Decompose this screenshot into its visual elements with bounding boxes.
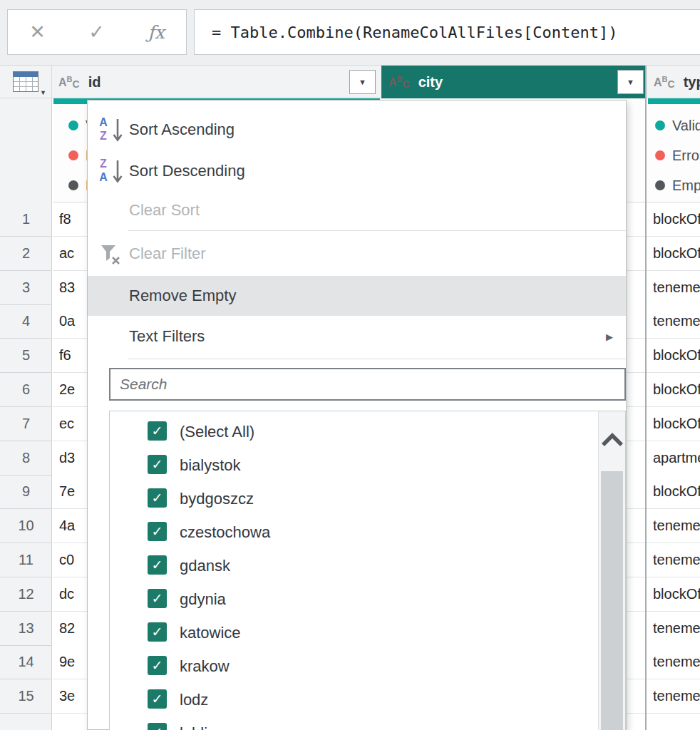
fx-icon: ƒx (148, 22, 164, 43)
row-number: 1 (0, 202, 52, 237)
row-number: 8 (0, 441, 52, 475)
table-menu-icon[interactable]: ▼ (13, 71, 38, 92)
checkbox-checked-icon[interactable]: ✓ (148, 589, 167, 608)
type-cell[interactable]: blockOfFlats (647, 339, 700, 373)
text-type-icon: ABC (654, 75, 675, 90)
row-number (0, 714, 52, 730)
filter-value-option[interactable]: ✓ lodz (110, 683, 625, 716)
type-cell[interactable]: tenement (647, 612, 700, 646)
column-divider[interactable] (645, 66, 647, 730)
valid-dot-icon (68, 120, 78, 130)
filter-value-listbox: ✓ (Select All) ✓ bialystok ✓ bydgoszcz ✓… (109, 411, 626, 730)
type-cell[interactable]: blockOfFlats (647, 577, 700, 612)
text-type-icon: ABC (58, 75, 80, 90)
empty-dot-icon (655, 180, 665, 190)
sort-descending-icon: Z A (93, 157, 126, 185)
type-cell[interactable]: blockOfFlats (647, 202, 700, 237)
empty-dot-icon (68, 180, 78, 190)
type-cell[interactable]: tenement (647, 304, 700, 339)
menu-item-sort-ascending[interactable]: A Z Sort Ascending (88, 109, 626, 150)
filter-value-option[interactable]: ✓ bydgoszcz (110, 482, 625, 515)
filter-value-option[interactable]: ✓ lublin (110, 716, 625, 730)
filter-value-option[interactable]: ✓ bialystok (110, 448, 625, 482)
menu-item-sort-descending[interactable]: Z A Sort Descending (88, 150, 626, 192)
clear-filter-icon (93, 242, 126, 265)
table-corner-cell[interactable]: ▼ (0, 66, 52, 98)
type-cell[interactable]: blockOfFlats (647, 237, 700, 271)
checkbox-checked-icon[interactable]: ✓ (148, 488, 167, 508)
menu-separator (128, 230, 626, 231)
checkbox-checked-icon[interactable]: ✓ (148, 421, 167, 441)
type-cell[interactable]: tenement (647, 543, 700, 577)
checkbox-checked-icon[interactable]: ✓ (148, 455, 167, 474)
menu-item-clear-sort: Clear Sort (88, 192, 626, 229)
row-number: 2 (0, 237, 52, 271)
row-number: 5 (0, 339, 52, 373)
commit-formula-icon[interactable]: ✓ (88, 21, 105, 43)
scrollbar[interactable] (598, 411, 625, 730)
error-dot-icon (68, 150, 78, 160)
menu-item-clear-filter: Clear Filter (88, 233, 626, 274)
menu-item-text-filters[interactable]: Text Filters ▶ (88, 316, 626, 357)
row-number: 13 (0, 612, 52, 646)
filter-value-option[interactable]: ✓ czestochowa (110, 515, 625, 549)
quality-legend-type: Valid Error Empty (647, 104, 700, 202)
formula-bar: ✕ ✓ ƒx = Table.Combine(RenameColAllFiles… (0, 0, 700, 66)
checkbox-checked-icon[interactable]: ✓ (148, 689, 167, 709)
menu-item-remove-empty[interactable]: Remove Empty (88, 276, 626, 316)
filter-value-option[interactable]: ✓ (Select All) (110, 415, 625, 448)
submenu-arrow-icon: ▶ (606, 331, 613, 342)
formula-input[interactable]: = Table.Combine(RenameColAllFiles[Conten… (194, 9, 700, 55)
column-header-id[interactable]: ABC id (52, 66, 381, 98)
row-number: 3 (0, 271, 52, 305)
row-number: 4 (0, 304, 52, 339)
filter-button-id[interactable]: ▼ (349, 70, 376, 94)
row-number: 14 (0, 645, 52, 679)
filter-value-option[interactable]: ✓ gdansk (110, 549, 625, 582)
type-cell[interactable]: tenement (647, 679, 700, 714)
row-number: 10 (0, 509, 52, 543)
checkbox-checked-icon[interactable]: ✓ (148, 723, 167, 730)
row-number: 6 (0, 373, 52, 407)
filter-dropdown-menu: A Z Sort Ascending Z A Sort Descending C… (87, 100, 627, 730)
type-cell[interactable] (647, 714, 700, 730)
search-input[interactable] (109, 368, 626, 401)
menu-separator (128, 359, 626, 359)
power-query-editor: ✕ ✓ ƒx = Table.Combine(RenameColAllFiles… (0, 0, 700, 730)
error-dot-icon (655, 150, 665, 160)
checkbox-checked-icon[interactable]: ✓ (148, 622, 167, 642)
cancel-formula-icon[interactable]: ✕ (29, 21, 46, 43)
column-label-type: type (684, 74, 700, 91)
type-cell[interactable]: tenement (647, 271, 700, 305)
scroll-up-icon[interactable] (599, 433, 625, 447)
dropdown-arrow-icon: ▼ (627, 78, 634, 86)
filter-value-option[interactable]: ✓ krakow (110, 649, 625, 683)
dropdown-arrow-icon: ▼ (359, 78, 366, 86)
filter-button-city[interactable]: ▼ (617, 70, 644, 94)
column-header-city[interactable]: ABC city (381, 66, 647, 98)
valid-dot-icon (655, 120, 665, 130)
column-header-type[interactable]: ABC type (647, 66, 700, 98)
type-cell[interactable]: blockOfFlats (647, 407, 700, 441)
type-cell[interactable]: blockOfFlats (647, 475, 700, 509)
type-cell[interactable]: tenement (647, 645, 700, 679)
row-number: 7 (0, 407, 52, 441)
formula-bar-buttons: ✕ ✓ ƒx (7, 9, 187, 55)
checkbox-checked-icon[interactable]: ✓ (148, 555, 167, 575)
filter-value-option[interactable]: ✓ gdynia (110, 582, 625, 616)
row-number: 11 (0, 543, 52, 577)
type-cell[interactable]: blockOfFlats (647, 373, 700, 407)
checkbox-checked-icon[interactable]: ✓ (148, 656, 167, 675)
checkbox-checked-icon[interactable]: ✓ (148, 522, 167, 541)
scrollbar-thumb[interactable] (601, 471, 623, 730)
filter-value-option[interactable]: ✓ katowice (110, 616, 625, 649)
type-cell[interactable]: tenement (647, 509, 700, 543)
row-number: 15 (0, 679, 52, 714)
column-label-id: id (88, 74, 101, 91)
row-number: 12 (0, 577, 52, 612)
type-cell[interactable]: apartmentBuilding (647, 441, 700, 475)
row-number: 9 (0, 475, 52, 509)
text-type-icon: ABC (388, 75, 410, 90)
corner-caret-icon: ▼ (40, 89, 46, 96)
sort-ascending-icon: A Z (93, 115, 126, 144)
